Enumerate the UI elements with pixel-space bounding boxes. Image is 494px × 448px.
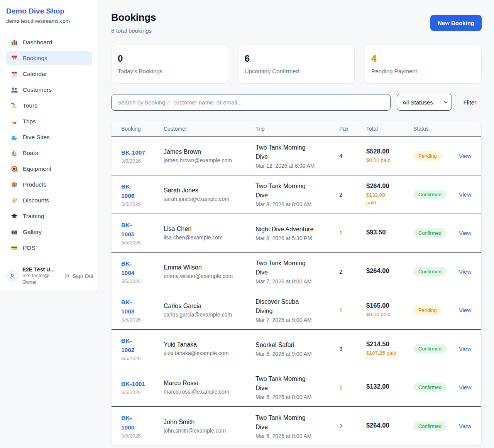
customer-email: carlos.garcia@example.com: [164, 312, 255, 318]
customer-cell: Sarah Jones sarah.jones@example.com: [164, 187, 255, 202]
sidebar-item-gallery[interactable]: Gallery: [6, 225, 92, 239]
bar-chart-icon: [11, 39, 18, 46]
people-icon: [11, 86, 18, 93]
sidebar-item-label: Tours: [23, 102, 37, 109]
booking-link[interactable]: BK-1000: [121, 413, 137, 432]
status-badge: Confirmed: [413, 382, 447, 392]
sidebar-item-customers[interactable]: Customers: [6, 83, 92, 97]
actions-cell: View: [459, 384, 472, 391]
sidebar-item-calendar[interactable]: Calendar: [6, 67, 92, 81]
page-subtitle: 8 total bookings: [111, 27, 156, 34]
status-badge: Confirmed: [413, 228, 447, 238]
booking-cell: BK-1001 3/5/2026: [121, 379, 164, 395]
view-link[interactable]: View: [459, 423, 471, 429]
trip-cell: Night Dive Adventure Mar 8, 2026 at 5:30…: [255, 225, 339, 241]
customer-cell: James Brown james.brown@example.com: [164, 148, 255, 163]
status-filter-select[interactable]: All Statuses: [397, 94, 452, 111]
status-cell: Confirmed: [413, 344, 459, 354]
col-header-pax: Pax: [339, 126, 366, 132]
stat-label: Today's Bookings: [118, 68, 222, 74]
bookings-table: Booking Customer Trip Pax Total Status B…: [111, 121, 482, 446]
customer-cell: Marco Rossi marco.rossi@example.com: [164, 380, 255, 395]
sidebar-item-label: Discounts: [23, 197, 49, 204]
total-amount: $93.50: [366, 229, 413, 236]
customer-cell: Emma Wilson emma.wilson@example.com: [164, 264, 255, 279]
sidebar-item-label: Gallery: [23, 229, 42, 236]
sidebar-item-label: Trips: [23, 118, 36, 125]
total-cell: $264.00: [366, 422, 413, 431]
view-link[interactable]: View: [459, 384, 471, 391]
total-cell: $93.50: [366, 229, 413, 237]
customer-name: Yuki Tanaka: [164, 341, 255, 348]
booking-cell: BK-1004 3/5/2026: [121, 259, 164, 284]
view-link[interactable]: View: [459, 307, 471, 313]
sign-out-button[interactable]: Sign Out: [64, 273, 93, 279]
view-link[interactable]: View: [459, 268, 471, 275]
sidebar-item-label: Customers: [23, 86, 52, 93]
actions-cell: View: [459, 268, 472, 275]
booking-cell: BK-1007 3/5/2026: [121, 148, 164, 164]
table-row: BK-1001 3/5/2026 Marco Rossi marco.rossi…: [112, 368, 481, 407]
sidebar-item-boats[interactable]: Boats: [6, 146, 92, 160]
status-badge: Confirmed: [413, 267, 447, 276]
sidebar-item-dashboard[interactable]: Dashboard: [6, 35, 92, 49]
view-link[interactable]: View: [459, 153, 471, 159]
new-booking-button[interactable]: New Booking: [430, 15, 482, 31]
stat-card-pending-payment: 4 Pending Payment: [365, 45, 482, 84]
status-filter-wrap: All Statuses: [397, 94, 452, 111]
sidebar-item-label: Dashboard: [23, 39, 52, 46]
actions-cell: View: [459, 307, 472, 314]
sidebar-item-pos[interactable]: POS: [6, 241, 92, 255]
booking-link[interactable]: BK-1005: [121, 221, 137, 239]
search-input[interactable]: [111, 94, 391, 111]
table-row: BK-1004 3/5/2026 Emma Wilson emma.wilson…: [112, 253, 481, 291]
booking-link[interactable]: BK-1006: [121, 182, 137, 200]
user-info: E2E Test U... e2e-tester@... Owner: [22, 266, 60, 286]
status-badge: Pending: [413, 305, 442, 315]
booking-link[interactable]: BK-1007: [121, 148, 145, 157]
customer-name: Marco Rossi: [164, 380, 255, 387]
total-cell: $165.00 $0.00 paid: [366, 302, 413, 318]
view-link[interactable]: View: [459, 345, 471, 352]
sidebar-item-discounts[interactable]: Discounts: [6, 194, 92, 207]
view-link[interactable]: View: [459, 191, 471, 198]
sailboat-icon: [11, 150, 18, 157]
sidebar-item-label: Training: [23, 213, 44, 220]
trip-name: Two Tank Morning Dive: [255, 259, 317, 277]
booking-date: 3/5/2026: [121, 158, 164, 164]
sidebar-item-products[interactable]: Products: [6, 178, 92, 192]
sidebar-item-training[interactable]: Training: [6, 209, 92, 223]
table-row: BK-1000 3/5/2026 John Smith john.smith@e…: [112, 407, 481, 445]
trip-datetime: Mar 7, 2026 at 9:00 AM: [255, 317, 339, 323]
trip-name: Night Dive Adventure: [255, 225, 317, 234]
table-row: BK-1005 3/5/2026 Lisa Chen lisa.chen@exa…: [112, 214, 481, 253]
sidebar-item-dive-sites[interactable]: Dive Sites: [6, 130, 92, 144]
trip-datetime: Mar 6, 2026 at 9:00 AM: [255, 351, 339, 357]
booking-link[interactable]: BK-1001: [121, 379, 145, 389]
trip-cell: Two Tank Morning Dive Mar 6, 2026 at 8:0…: [255, 374, 339, 400]
sidebar-item-bookings[interactable]: 17 Bookings: [6, 51, 92, 65]
trip-datetime: Mar 12, 2026 at 8:00 AM: [255, 163, 339, 169]
view-link[interactable]: View: [459, 230, 471, 236]
pax-cell: 2: [339, 191, 366, 198]
paid-amount: $132.00 paid: [366, 191, 389, 206]
booking-cell: BK-1006 3/5/2026: [121, 182, 164, 207]
sidebar-item-trips[interactable]: Trips: [6, 115, 92, 128]
col-header-customer: Customer: [164, 126, 255, 132]
table-row: BK-1006 3/5/2026 Sarah Jones sarah.jones…: [112, 175, 481, 214]
booking-link[interactable]: BK-1002: [121, 336, 137, 355]
credit-card-icon: [11, 244, 18, 251]
table-row: BK-1002 3/5/2026 Yuki Tanaka yuki.tanaka…: [112, 330, 481, 368]
sidebar-item-equipment[interactable]: Equipment: [6, 162, 92, 176]
customer-email: marco.rossi@example.com: [164, 389, 255, 395]
total-cell: $264.00 $132.00 paid: [366, 182, 413, 206]
person-icon: [8, 272, 16, 280]
status-cell: Confirmed: [413, 421, 459, 431]
package-icon: [11, 181, 18, 188]
status-badge: Pending: [413, 151, 442, 161]
booking-link[interactable]: BK-1003: [121, 298, 137, 316]
filter-button[interactable]: Filter: [458, 99, 482, 106]
col-header-booking: Booking: [121, 126, 164, 132]
sidebar-item-tours[interactable]: Tours: [6, 99, 92, 113]
booking-link[interactable]: BK-1004: [121, 259, 137, 278]
